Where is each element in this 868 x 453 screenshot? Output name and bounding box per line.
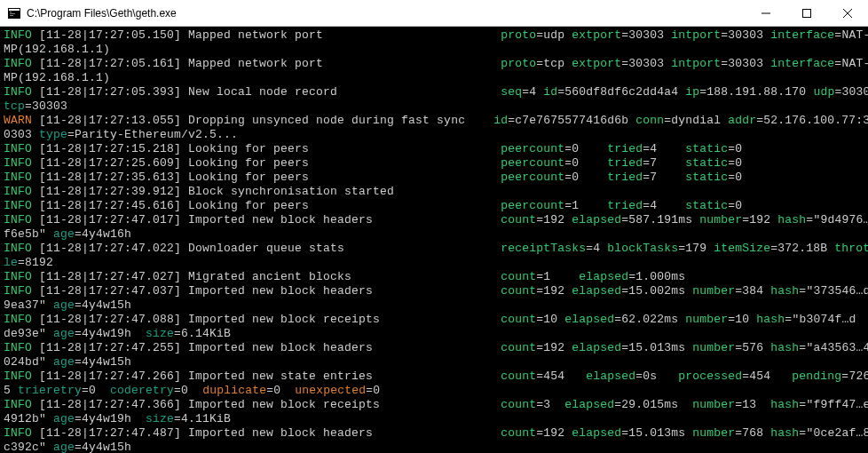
log-line-cont: 5 trieretry=0 coderetry=0 duplicate=0 un… — [4, 384, 864, 398]
log-line: INFO [11-28|17:27:05.161] Mapped network… — [4, 57, 864, 71]
app-icon — [7, 6, 21, 20]
log-line-cont: 024bd" age=4y4w15h — [4, 355, 864, 370]
minimize-button[interactable] — [746, 0, 786, 27]
log-line-cont: MP(192.168.1.1) — [4, 43, 864, 57]
svg-rect-1 — [9, 9, 20, 11]
terminal-output[interactable]: INFO [11-28|17:27:05.150] Mapped network… — [0, 27, 868, 453]
log-line: INFO [11-28|17:27:47.022] Downloader que… — [4, 242, 864, 256]
log-line: WARN [11-28|17:27:13.055] Dropping unsyn… — [4, 114, 864, 128]
log-line-cont: 4912b" age=4y4w19h size=4.11KiB — [4, 412, 864, 426]
log-line: INFO [11-28|17:27:47.366] Imported new b… — [4, 398, 864, 412]
svg-rect-2 — [10, 12, 12, 12]
log-line-cont: c392c" age=4y4w15h — [4, 441, 864, 453]
close-button[interactable] — [827, 0, 868, 27]
window-title: C:\Program Files\Geth\geth.exe — [21, 7, 746, 20]
log-line: INFO [11-28|17:27:47.266] Imported new s… — [4, 370, 864, 384]
log-line-cont: 0303 type=Parity-Ethereum/v2.5... — [4, 128, 864, 142]
svg-rect-4 — [10, 15, 13, 16]
log-line: INFO [11-28|17:27:47.027] Migrated ancie… — [4, 270, 864, 284]
log-line-cont: 9ea37" age=4y4w15h — [4, 298, 864, 313]
log-line: INFO [11-28|17:27:05.393] New local node… — [4, 85, 864, 99]
svg-rect-6 — [803, 9, 811, 17]
log-line-cont: MP(192.168.1.1) — [4, 71, 864, 85]
log-line-cont: de93e" age=4y4w19h size=6.14KiB — [4, 327, 864, 341]
log-line: INFO [11-28|17:27:25.609] Looking for pe… — [4, 156, 864, 171]
log-line: INFO [11-28|17:27:47.037] Imported new b… — [4, 284, 864, 298]
maximize-button[interactable] — [786, 0, 827, 27]
log-line: INFO [11-28|17:27:47.487] Imported new b… — [4, 426, 864, 441]
log-line-cont: tcp=30303 — [4, 99, 864, 114]
log-line: INFO [11-28|17:27:05.150] Mapped network… — [4, 28, 864, 43]
log-line: INFO [11-28|17:27:47.255] Imported new b… — [4, 341, 864, 355]
log-line: INFO [11-28|17:27:15.218] Looking for pe… — [4, 142, 864, 156]
log-line-cont: le=8192 — [4, 256, 864, 270]
log-line: INFO [11-28|17:27:45.616] Looking for pe… — [4, 199, 864, 213]
log-line: INFO [11-28|17:27:39.912] Block synchron… — [4, 185, 864, 199]
log-line: INFO [11-28|17:27:47.088] Imported new b… — [4, 313, 864, 327]
svg-rect-3 — [10, 13, 15, 14]
titlebar: C:\Program Files\Geth\geth.exe — [0, 0, 868, 27]
log-line: INFO [11-28|17:27:47.017] Imported new b… — [4, 213, 864, 227]
log-line: INFO [11-28|17:27:35.613] Looking for pe… — [4, 171, 864, 185]
log-line-cont: f6e5b" age=4y4w16h — [4, 227, 864, 242]
